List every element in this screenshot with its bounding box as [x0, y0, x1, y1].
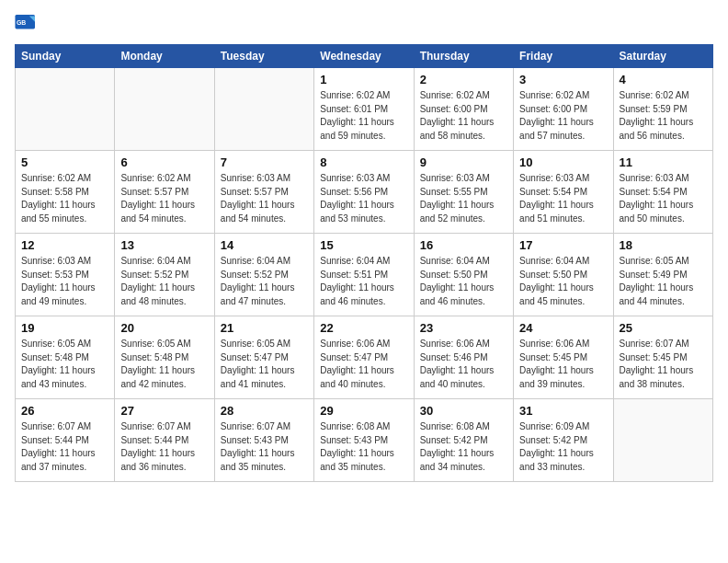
weekday-header-sunday: Sunday: [16, 45, 115, 68]
logo-icon: GB: [15, 15, 37, 33]
day-number: 5: [21, 155, 108, 169]
day-cell: 8Sunrise: 6:03 AM Sunset: 5:56 PM Daylig…: [314, 151, 414, 234]
day-number: 13: [120, 238, 208, 252]
day-number: 4: [620, 73, 707, 86]
day-info: Sunrise: 6:06 AM Sunset: 5:46 PM Dayligh…: [420, 338, 507, 391]
day-number: 22: [320, 321, 407, 335]
day-info: Sunrise: 6:04 AM Sunset: 5:52 PM Dayligh…: [120, 255, 208, 308]
day-cell: 30Sunrise: 6:08 AM Sunset: 5:42 PM Dayli…: [414, 399, 513, 482]
day-number: 9: [420, 155, 507, 169]
day-number: 11: [620, 155, 707, 169]
day-cell: 24Sunrise: 6:06 AM Sunset: 5:45 PM Dayli…: [514, 316, 613, 399]
day-info: Sunrise: 6:03 AM Sunset: 5:54 PM Dayligh…: [519, 172, 607, 225]
day-info: Sunrise: 6:04 AM Sunset: 5:50 PM Dayligh…: [519, 255, 607, 308]
day-number: 31: [519, 404, 607, 418]
day-number: 29: [320, 404, 407, 418]
day-info: Sunrise: 6:08 AM Sunset: 5:42 PM Dayligh…: [420, 420, 507, 474]
day-info: Sunrise: 6:02 AM Sunset: 5:58 PM Dayligh…: [21, 172, 108, 225]
day-info: Sunrise: 6:06 AM Sunset: 5:47 PM Dayligh…: [320, 338, 407, 391]
day-cell: 10Sunrise: 6:03 AM Sunset: 5:54 PM Dayli…: [514, 151, 613, 234]
day-number: 21: [221, 321, 308, 335]
day-number: 16: [420, 238, 507, 252]
day-cell: 11Sunrise: 6:03 AM Sunset: 5:54 PM Dayli…: [613, 151, 712, 234]
day-info: Sunrise: 6:03 AM Sunset: 5:56 PM Dayligh…: [320, 172, 407, 225]
day-number: 6: [120, 155, 208, 169]
week-row-3: 19Sunrise: 6:05 AM Sunset: 5:48 PM Dayli…: [16, 316, 713, 399]
day-info: Sunrise: 6:03 AM Sunset: 5:57 PM Dayligh…: [221, 172, 308, 225]
day-cell: 28Sunrise: 6:07 AM Sunset: 5:43 PM Dayli…: [214, 399, 313, 482]
day-number: 18: [620, 238, 707, 252]
day-cell: 31Sunrise: 6:09 AM Sunset: 5:42 PM Dayli…: [514, 399, 613, 482]
day-info: Sunrise: 6:03 AM Sunset: 5:55 PM Dayligh…: [420, 172, 507, 225]
day-cell: 13Sunrise: 6:04 AM Sunset: 5:52 PM Dayli…: [115, 234, 214, 316]
day-number: 19: [21, 321, 108, 335]
day-cell: 1Sunrise: 6:02 AM Sunset: 6:01 PM Daylig…: [314, 68, 414, 151]
day-number: 20: [120, 321, 208, 335]
day-info: Sunrise: 6:03 AM Sunset: 5:54 PM Dayligh…: [620, 172, 707, 225]
day-info: Sunrise: 6:07 AM Sunset: 5:43 PM Dayligh…: [221, 420, 308, 474]
week-row-2: 12Sunrise: 6:03 AM Sunset: 5:53 PM Dayli…: [16, 234, 713, 316]
day-info: Sunrise: 6:05 AM Sunset: 5:48 PM Dayligh…: [120, 338, 208, 391]
day-cell: 6Sunrise: 6:02 AM Sunset: 5:57 PM Daylig…: [115, 151, 214, 234]
day-info: Sunrise: 6:09 AM Sunset: 5:42 PM Dayligh…: [519, 420, 607, 474]
day-cell: 12Sunrise: 6:03 AM Sunset: 5:53 PM Dayli…: [16, 234, 115, 316]
week-row-0: 1Sunrise: 6:02 AM Sunset: 6:01 PM Daylig…: [16, 68, 713, 151]
day-cell: 16Sunrise: 6:04 AM Sunset: 5:50 PM Dayli…: [414, 234, 513, 316]
day-cell: [16, 68, 115, 151]
day-cell: 18Sunrise: 6:05 AM Sunset: 5:49 PM Dayli…: [613, 234, 712, 316]
day-cell: 26Sunrise: 6:07 AM Sunset: 5:44 PM Dayli…: [16, 399, 115, 482]
week-row-4: 26Sunrise: 6:07 AM Sunset: 5:44 PM Dayli…: [16, 399, 713, 482]
day-number: 12: [21, 238, 108, 252]
day-info: Sunrise: 6:04 AM Sunset: 5:50 PM Dayligh…: [420, 255, 507, 308]
day-number: 7: [221, 155, 308, 169]
day-cell: 5Sunrise: 6:02 AM Sunset: 5:58 PM Daylig…: [16, 151, 115, 234]
day-number: 14: [221, 238, 308, 252]
day-number: 24: [519, 321, 607, 335]
day-cell: 25Sunrise: 6:07 AM Sunset: 5:45 PM Dayli…: [613, 316, 712, 399]
week-row-1: 5Sunrise: 6:02 AM Sunset: 5:58 PM Daylig…: [16, 151, 713, 234]
day-cell: 29Sunrise: 6:08 AM Sunset: 5:43 PM Dayli…: [314, 399, 414, 482]
day-cell: [115, 68, 214, 151]
weekday-header-monday: Monday: [115, 45, 214, 68]
day-cell: [613, 399, 712, 482]
svg-text:GB: GB: [17, 19, 26, 26]
day-cell: 14Sunrise: 6:04 AM Sunset: 5:52 PM Dayli…: [214, 234, 313, 316]
day-number: 25: [620, 321, 707, 335]
day-info: Sunrise: 6:07 AM Sunset: 5:44 PM Dayligh…: [21, 420, 108, 474]
day-info: Sunrise: 6:02 AM Sunset: 6:00 PM Dayligh…: [420, 89, 507, 143]
day-info: Sunrise: 6:07 AM Sunset: 5:45 PM Dayligh…: [620, 338, 707, 391]
weekday-header-friday: Friday: [514, 45, 613, 68]
day-number: 2: [420, 73, 507, 86]
day-number: 30: [420, 404, 507, 418]
day-number: 10: [519, 155, 607, 169]
day-info: Sunrise: 6:04 AM Sunset: 5:52 PM Dayligh…: [221, 255, 308, 308]
day-info: Sunrise: 6:02 AM Sunset: 5:57 PM Dayligh…: [120, 172, 208, 225]
day-number: 28: [221, 404, 308, 418]
day-cell: 23Sunrise: 6:06 AM Sunset: 5:46 PM Dayli…: [414, 316, 513, 399]
day-info: Sunrise: 6:03 AM Sunset: 5:53 PM Dayligh…: [21, 255, 108, 308]
day-number: 26: [21, 404, 108, 418]
day-cell: 27Sunrise: 6:07 AM Sunset: 5:44 PM Dayli…: [115, 399, 214, 482]
day-cell: 7Sunrise: 6:03 AM Sunset: 5:57 PM Daylig…: [214, 151, 313, 234]
day-cell: 19Sunrise: 6:05 AM Sunset: 5:48 PM Dayli…: [16, 316, 115, 399]
day-number: 27: [120, 404, 208, 418]
day-number: 3: [519, 73, 607, 86]
day-info: Sunrise: 6:02 AM Sunset: 6:01 PM Dayligh…: [320, 89, 407, 143]
day-info: Sunrise: 6:05 AM Sunset: 5:47 PM Dayligh…: [221, 338, 308, 391]
day-cell: 9Sunrise: 6:03 AM Sunset: 5:55 PM Daylig…: [414, 151, 513, 234]
day-info: Sunrise: 6:05 AM Sunset: 5:49 PM Dayligh…: [620, 255, 707, 308]
weekday-header-tuesday: Tuesday: [214, 45, 313, 68]
logo: GB: [15, 15, 40, 33]
day-number: 17: [519, 238, 607, 252]
day-info: Sunrise: 6:05 AM Sunset: 5:48 PM Dayligh…: [21, 338, 108, 391]
day-number: 1: [320, 73, 407, 86]
day-info: Sunrise: 6:02 AM Sunset: 6:00 PM Dayligh…: [519, 89, 607, 143]
weekday-header-wednesday: Wednesday: [314, 45, 414, 68]
day-number: 15: [320, 238, 407, 252]
weekday-header-thursday: Thursday: [414, 45, 513, 68]
day-cell: 3Sunrise: 6:02 AM Sunset: 6:00 PM Daylig…: [514, 68, 613, 151]
day-info: Sunrise: 6:08 AM Sunset: 5:43 PM Dayligh…: [320, 420, 407, 474]
calendar-table: SundayMondayTuesdayWednesdayThursdayFrid…: [15, 44, 713, 482]
header: GB: [15, 15, 713, 33]
day-cell: 15Sunrise: 6:04 AM Sunset: 5:51 PM Dayli…: [314, 234, 414, 316]
